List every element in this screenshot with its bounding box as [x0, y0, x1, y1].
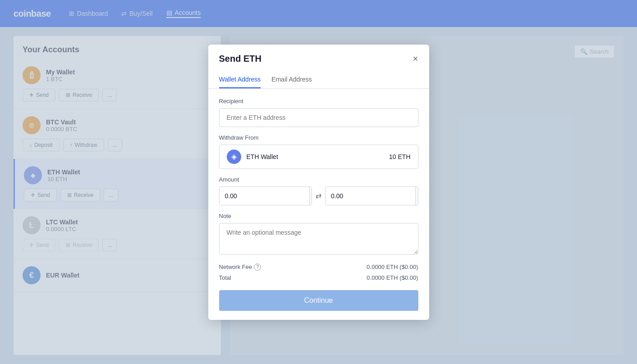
amount-usd-input[interactable] [220, 187, 309, 205]
wallet-selector-balance: 10 ETH [389, 153, 410, 160]
recipient-input[interactable] [219, 108, 418, 127]
total-label: Total [219, 274, 231, 281]
swap-icon[interactable]: ⇄ [316, 191, 321, 200]
modal-overlay: Send ETH × Wallet Address Email Address … [0, 0, 637, 364]
total-row: Total 0.0000 ETH ($0.00) [219, 274, 418, 281]
amount-eth-currency: ETH [415, 187, 418, 205]
note-label: Note [219, 213, 418, 219]
withdraw-from-label: Withdraw From [219, 134, 418, 141]
note-textarea[interactable] [219, 223, 418, 255]
close-button[interactable]: × [413, 54, 418, 63]
recipient-label: Recipient [219, 98, 418, 105]
amount-row: USD ⇄ ETH [219, 187, 418, 205]
modal-body: Recipient Withdraw From ◈ ETH Wallet 10 … [208, 89, 429, 320]
wallet-selector-name: ETH Wallet [247, 153, 384, 160]
amount-eth-wrap: ETH [325, 187, 418, 205]
modal-title: Send ETH [219, 54, 261, 64]
total-value: 0.0000 ETH ($0.00) [367, 274, 418, 281]
amount-eth-input[interactable] [325, 187, 415, 205]
wallet-selector-icon: ◈ [227, 150, 241, 164]
modal-header: Send ETH × [208, 45, 429, 71]
network-fee-help[interactable]: ? [254, 264, 261, 271]
tab-email-address[interactable]: Email Address [271, 71, 312, 88]
amount-usd-currency: USD [309, 187, 312, 205]
network-fee-label: Network Fee ? [219, 264, 261, 271]
wallet-selector[interactable]: ◈ ETH Wallet 10 ETH [219, 145, 418, 169]
amount-usd-wrap: USD [219, 187, 312, 205]
network-fee-value: 0.0000 ETH ($0.00) [367, 264, 418, 270]
modal-tabs: Wallet Address Email Address [208, 71, 429, 89]
continue-button[interactable]: Continue [219, 290, 418, 311]
amount-label: Amount [219, 176, 418, 183]
tab-wallet-address[interactable]: Wallet Address [219, 71, 261, 88]
send-eth-modal: Send ETH × Wallet Address Email Address … [208, 45, 429, 320]
network-fee-row: Network Fee ? 0.0000 ETH ($0.00) [219, 264, 418, 271]
